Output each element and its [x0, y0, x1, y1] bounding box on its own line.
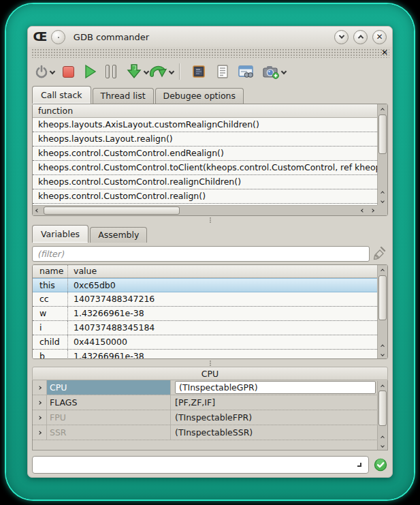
- variable-row[interactable]: i 140737488345184: [33, 321, 377, 335]
- step-over-button[interactable]: [150, 62, 167, 81]
- cpu-grid: CPU (TInspectableGPR) FLAGS [PF,ZF,IF] F…: [32, 380, 388, 450]
- scrollbar-track[interactable]: [378, 274, 387, 341]
- variable-row[interactable]: child 0x44150000: [33, 335, 377, 350]
- scroll-up-icon[interactable]: [378, 104, 387, 113]
- step-over-menu-button[interactable]: [169, 62, 174, 81]
- send-command-button[interactable]: [373, 457, 388, 472]
- scrollbar-thumb[interactable]: [378, 275, 387, 320]
- window-menu-button[interactable]: [51, 30, 65, 44]
- scrollbar-track[interactable]: [378, 390, 387, 432]
- cpu-view-button[interactable]: [191, 62, 206, 81]
- unshade-button[interactable]: [353, 30, 368, 44]
- scroll-up-icon[interactable]: [378, 432, 387, 441]
- pause-button[interactable]: [106, 62, 116, 81]
- scrollbar-track[interactable]: [42, 206, 358, 215]
- variable-row[interactable]: b 1.43266961e-38: [33, 350, 377, 359]
- call-stack-row[interactable]: kheops.layouts.Layout.realign(): [33, 132, 377, 147]
- call-stack-column-header[interactable]: function: [33, 104, 377, 118]
- gdb-command-combobox[interactable]: [32, 456, 369, 474]
- tab-call-stack[interactable]: Call stack: [32, 86, 91, 104]
- scroll-left-icon[interactable]: [358, 209, 368, 212]
- cpu-row-value[interactable]: (TInspectableFPR): [170, 410, 377, 425]
- app-logo-icon: Œ: [33, 30, 46, 44]
- cpu-row-value[interactable]: [PF,ZF,IF]: [170, 395, 377, 410]
- shade-button[interactable]: [334, 30, 349, 44]
- chevron-up-icon: [357, 35, 363, 40]
- scrollbar-thumb[interactable]: [378, 391, 387, 426]
- variable-value: 140737488347216: [68, 292, 377, 306]
- scroll-up-icon[interactable]: [378, 341, 387, 350]
- snapshot-menu-button[interactable]: [282, 62, 286, 81]
- chevron-down-icon: [338, 33, 344, 38]
- variables-panel: name value this 0xc65db0 cc 140737488347…: [32, 264, 388, 359]
- close-window-button[interactable]: ✕: [372, 30, 387, 44]
- call-stack-row[interactable]: kheops.control.CustomControl.toClient(kh…: [33, 161, 377, 175]
- scroll-left-icon[interactable]: [33, 209, 42, 212]
- scroll-right-icon[interactable]: [368, 209, 377, 212]
- filter-row: [32, 245, 388, 262]
- scroll-up-icon[interactable]: [378, 265, 387, 274]
- tab-thread-list[interactable]: Thread list: [93, 88, 154, 104]
- call-stack-row[interactable]: kheops.control.CustomControl.realign(): [33, 189, 377, 204]
- variables-vscrollbar[interactable]: [377, 265, 387, 358]
- scroll-up-icon[interactable]: [378, 381, 387, 390]
- cpu-row[interactable]: FLAGS [PF,ZF,IF]: [33, 395, 387, 410]
- scrollbar-track[interactable]: [378, 113, 387, 187]
- tab-assembly[interactable]: Assembly: [90, 227, 147, 243]
- tab-variables[interactable]: Variables: [32, 225, 88, 243]
- column-header-value[interactable]: value: [68, 265, 377, 277]
- clear-filter-button[interactable]: [372, 245, 388, 262]
- variable-row[interactable]: w 1.43266961e-38: [33, 307, 377, 321]
- variable-row[interactable]: cc 140737488347216: [33, 292, 377, 307]
- cpu-inspector-panel: CPU CPU (TInspectableGPR) FLAGS [PF,ZF,I…: [32, 367, 388, 450]
- cpu-row-value[interactable]: (TInspectableSSR): [170, 425, 377, 440]
- dock-drag-handle[interactable]: ✕: [31, 48, 389, 58]
- snapshot-icon: [262, 64, 280, 79]
- expander-icon[interactable]: [33, 395, 46, 410]
- expander-icon[interactable]: [33, 380, 46, 395]
- call-stack-vscrollbar[interactable]: [377, 104, 387, 205]
- tab-debugee-options[interactable]: Debugee options: [155, 88, 244, 104]
- dock-close-icon[interactable]: ✕: [381, 48, 388, 57]
- cpu-row-name[interactable]: FLAGS: [46, 395, 170, 410]
- step-into-button[interactable]: [126, 62, 142, 81]
- scrollbar-thumb[interactable]: [378, 114, 387, 154]
- cpu-row-name[interactable]: FPU: [46, 410, 170, 425]
- scroll-up-icon[interactable]: [378, 187, 387, 196]
- stop-button[interactable]: [63, 62, 74, 81]
- cpu-row[interactable]: FPU (TInspectableFPR): [33, 410, 387, 425]
- cpu-row[interactable]: SSR (TInspectableSSR): [33, 425, 387, 440]
- step-into-menu-button[interactable]: [144, 62, 148, 81]
- call-stack-row[interactable]: kheops.control.CustomControl.realignChil…: [33, 175, 377, 189]
- scrollbar-corner: [377, 205, 387, 215]
- scrollbar-thumb[interactable]: [44, 206, 180, 215]
- call-stack-row[interactable]: kheops.control.CustomControl.endRealign(…: [33, 147, 377, 161]
- cpu-value-editor[interactable]: (TInspectableGPR): [175, 381, 376, 394]
- variable-row[interactable]: this 0xc65db0: [33, 278, 377, 292]
- messages-button[interactable]: [216, 62, 229, 81]
- column-header-name[interactable]: name: [33, 265, 68, 277]
- cpu-vscrollbar[interactable]: [377, 381, 387, 450]
- splitter-handle[interactable]: [28, 216, 392, 224]
- run-button[interactable]: [84, 62, 97, 81]
- cpu-row-name[interactable]: SSR: [46, 425, 170, 440]
- watch-window-button[interactable]: [238, 62, 254, 81]
- gdb-commander-window: Œ GDB commander ✕ ✕: [27, 26, 393, 478]
- splitter-handle[interactable]: [28, 359, 392, 367]
- scroll-down-icon[interactable]: [378, 350, 387, 358]
- expander-icon[interactable]: [33, 425, 46, 440]
- power-menu-button[interactable]: [50, 62, 54, 81]
- call-stack-row[interactable]: kheops.layouts.AxisLayout.customRealignC…: [33, 118, 377, 132]
- cpu-row[interactable]: CPU (TInspectableGPR): [33, 380, 387, 395]
- snapshot-button[interactable]: [262, 62, 280, 81]
- cpu-row-value[interactable]: (TInspectableGPR): [170, 380, 377, 395]
- cpu-row-name[interactable]: CPU: [46, 380, 170, 395]
- call-stack-hscrollbar[interactable]: [33, 205, 377, 215]
- scroll-down-icon[interactable]: [378, 441, 387, 450]
- command-row: [32, 455, 388, 474]
- variables-list: this 0xc65db0 cc 140737488347216 w 1.432…: [33, 278, 377, 359]
- filter-input[interactable]: [32, 246, 370, 262]
- expander-icon[interactable]: [33, 410, 46, 425]
- power-button[interactable]: [35, 62, 48, 81]
- scroll-down-icon[interactable]: [378, 196, 387, 205]
